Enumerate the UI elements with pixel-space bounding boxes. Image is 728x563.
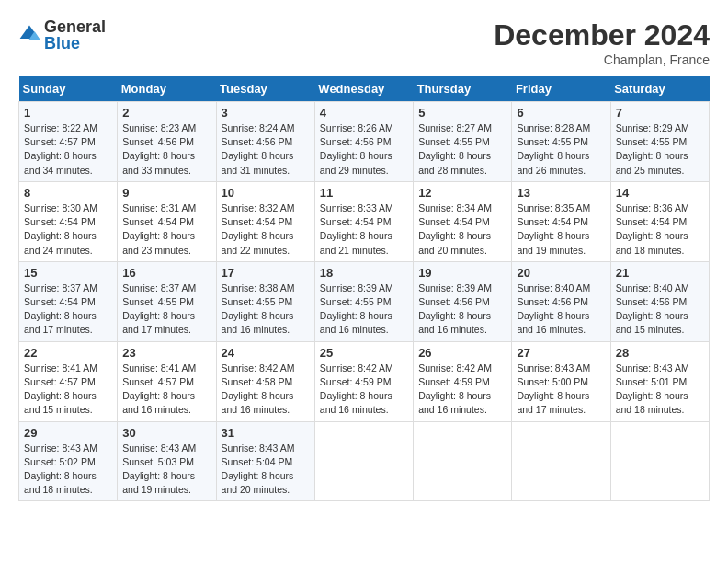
col-wednesday: Wednesday <box>314 76 413 102</box>
title-area: December 2024 Champlan, France <box>494 18 710 67</box>
table-row: 13Sunrise: 8:35 AM Sunset: 4:54 PM Dayli… <box>512 181 610 261</box>
day-info: Sunrise: 8:23 AM Sunset: 4:56 PM Dayligh… <box>122 121 210 178</box>
day-number: 5 <box>418 106 506 120</box>
table-row: 31Sunrise: 8:43 AM Sunset: 5:04 PM Dayli… <box>216 421 314 501</box>
day-number: 17 <box>222 266 310 280</box>
table-row: 23Sunrise: 8:41 AM Sunset: 4:57 PM Dayli… <box>118 341 216 421</box>
day-info: Sunrise: 8:43 AM Sunset: 5:00 PM Dayligh… <box>517 362 605 418</box>
table-row: 29Sunrise: 8:43 AM Sunset: 5:02 PM Dayli… <box>19 421 118 501</box>
day-number: 12 <box>418 186 506 200</box>
table-row: 26Sunrise: 8:42 AM Sunset: 4:59 PM Dayli… <box>414 341 512 421</box>
table-row: 11Sunrise: 8:33 AM Sunset: 4:54 PM Dayli… <box>314 181 413 261</box>
day-info: Sunrise: 8:37 AM Sunset: 4:55 PM Dayligh… <box>122 282 210 338</box>
day-number: 16 <box>122 266 210 280</box>
day-number: 18 <box>320 266 408 280</box>
day-info: Sunrise: 8:41 AM Sunset: 4:57 PM Dayligh… <box>24 362 112 418</box>
calendar-table: Sunday Monday Tuesday Wednesday Thursday… <box>18 76 710 501</box>
day-number: 2 <box>122 106 210 120</box>
day-info: Sunrise: 8:42 AM Sunset: 4:59 PM Dayligh… <box>320 362 408 418</box>
day-number: 3 <box>222 106 310 120</box>
week-row: 22Sunrise: 8:41 AM Sunset: 4:57 PM Dayli… <box>19 341 710 421</box>
table-row: 9Sunrise: 8:31 AM Sunset: 4:54 PM Daylig… <box>118 181 216 261</box>
day-number: 31 <box>222 426 310 440</box>
table-row: 16Sunrise: 8:37 AM Sunset: 4:55 PM Dayli… <box>118 261 216 341</box>
day-info: Sunrise: 8:43 AM Sunset: 5:01 PM Dayligh… <box>616 362 704 418</box>
day-info: Sunrise: 8:31 AM Sunset: 4:54 PM Dayligh… <box>122 201 210 258</box>
logo-icon <box>18 24 40 46</box>
table-row: 10Sunrise: 8:32 AM Sunset: 4:54 PM Dayli… <box>216 181 314 261</box>
table-row: 28Sunrise: 8:43 AM Sunset: 5:01 PM Dayli… <box>610 341 709 421</box>
day-info: Sunrise: 8:33 AM Sunset: 4:54 PM Dayligh… <box>320 201 408 258</box>
table-row: 6Sunrise: 8:28 AM Sunset: 4:55 PM Daylig… <box>512 102 610 182</box>
day-number: 6 <box>517 106 605 120</box>
day-number: 10 <box>222 186 310 200</box>
day-number: 11 <box>320 186 408 200</box>
day-number: 13 <box>517 186 605 200</box>
logo: General Blue <box>18 18 106 52</box>
page-header: General Blue December 2024 Champlan, Fra… <box>18 18 710 67</box>
day-info: Sunrise: 8:37 AM Sunset: 4:54 PM Dayligh… <box>24 282 112 338</box>
day-info: Sunrise: 8:22 AM Sunset: 4:57 PM Dayligh… <box>24 121 112 178</box>
day-number: 23 <box>122 346 210 360</box>
table-row <box>414 421 512 501</box>
week-row: 8Sunrise: 8:30 AM Sunset: 4:54 PM Daylig… <box>19 181 710 261</box>
day-number: 14 <box>616 186 704 200</box>
table-row: 20Sunrise: 8:40 AM Sunset: 4:56 PM Dayli… <box>512 261 610 341</box>
table-row: 2Sunrise: 8:23 AM Sunset: 4:56 PM Daylig… <box>118 102 216 182</box>
col-sunday: Sunday <box>19 76 118 102</box>
table-row: 18Sunrise: 8:39 AM Sunset: 4:55 PM Dayli… <box>314 261 413 341</box>
table-row <box>610 421 709 501</box>
table-row: 19Sunrise: 8:39 AM Sunset: 4:56 PM Dayli… <box>414 261 512 341</box>
day-info: Sunrise: 8:24 AM Sunset: 4:56 PM Dayligh… <box>222 121 310 178</box>
day-info: Sunrise: 8:42 AM Sunset: 4:58 PM Dayligh… <box>222 362 310 418</box>
day-info: Sunrise: 8:40 AM Sunset: 4:56 PM Dayligh… <box>517 282 605 338</box>
table-row: 3Sunrise: 8:24 AM Sunset: 4:56 PM Daylig… <box>216 102 314 182</box>
day-number: 30 <box>122 426 210 440</box>
col-friday: Friday <box>512 76 610 102</box>
day-info: Sunrise: 8:39 AM Sunset: 4:56 PM Dayligh… <box>418 282 506 338</box>
day-number: 29 <box>24 426 112 440</box>
table-row: 30Sunrise: 8:43 AM Sunset: 5:03 PM Dayli… <box>118 421 216 501</box>
day-info: Sunrise: 8:34 AM Sunset: 4:54 PM Dayligh… <box>418 201 506 258</box>
header-row: Sunday Monday Tuesday Wednesday Thursday… <box>19 76 710 102</box>
day-info: Sunrise: 8:32 AM Sunset: 4:54 PM Dayligh… <box>222 201 310 258</box>
table-row: 4Sunrise: 8:26 AM Sunset: 4:56 PM Daylig… <box>314 102 413 182</box>
day-number: 22 <box>24 346 112 360</box>
table-row: 8Sunrise: 8:30 AM Sunset: 4:54 PM Daylig… <box>19 181 118 261</box>
day-info: Sunrise: 8:43 AM Sunset: 5:03 PM Dayligh… <box>122 442 210 498</box>
month-title: December 2024 <box>494 18 710 52</box>
week-row: 1Sunrise: 8:22 AM Sunset: 4:57 PM Daylig… <box>19 102 710 182</box>
day-number: 19 <box>418 266 506 280</box>
day-info: Sunrise: 8:39 AM Sunset: 4:55 PM Dayligh… <box>320 282 408 338</box>
col-thursday: Thursday <box>414 76 512 102</box>
day-number: 24 <box>222 346 310 360</box>
day-number: 25 <box>320 346 408 360</box>
day-number: 7 <box>616 106 704 120</box>
day-number: 20 <box>517 266 605 280</box>
day-info: Sunrise: 8:35 AM Sunset: 4:54 PM Dayligh… <box>517 201 605 258</box>
table-row: 24Sunrise: 8:42 AM Sunset: 4:58 PM Dayli… <box>216 341 314 421</box>
table-row: 1Sunrise: 8:22 AM Sunset: 4:57 PM Daylig… <box>19 102 118 182</box>
day-info: Sunrise: 8:29 AM Sunset: 4:55 PM Dayligh… <box>616 121 704 178</box>
day-info: Sunrise: 8:30 AM Sunset: 4:54 PM Dayligh… <box>24 201 112 258</box>
day-number: 9 <box>122 186 210 200</box>
table-row <box>512 421 610 501</box>
table-row: 12Sunrise: 8:34 AM Sunset: 4:54 PM Dayli… <box>414 181 512 261</box>
col-tuesday: Tuesday <box>216 76 314 102</box>
day-info: Sunrise: 8:38 AM Sunset: 4:55 PM Dayligh… <box>222 282 310 338</box>
day-info: Sunrise: 8:43 AM Sunset: 5:04 PM Dayligh… <box>222 442 310 498</box>
day-number: 26 <box>418 346 506 360</box>
table-row: 5Sunrise: 8:27 AM Sunset: 4:55 PM Daylig… <box>414 102 512 182</box>
logo-general: General <box>44 18 106 35</box>
table-row: 14Sunrise: 8:36 AM Sunset: 4:54 PM Dayli… <box>610 181 709 261</box>
day-info: Sunrise: 8:27 AM Sunset: 4:55 PM Dayligh… <box>418 121 506 178</box>
table-row: 17Sunrise: 8:38 AM Sunset: 4:55 PM Dayli… <box>216 261 314 341</box>
day-number: 15 <box>24 266 112 280</box>
day-number: 4 <box>320 106 408 120</box>
col-monday: Monday <box>118 76 216 102</box>
table-row: 7Sunrise: 8:29 AM Sunset: 4:55 PM Daylig… <box>610 102 709 182</box>
logo-text: General Blue <box>44 18 106 52</box>
day-info: Sunrise: 8:43 AM Sunset: 5:02 PM Dayligh… <box>24 442 112 498</box>
day-number: 1 <box>24 106 112 120</box>
day-info: Sunrise: 8:28 AM Sunset: 4:55 PM Dayligh… <box>517 121 605 178</box>
